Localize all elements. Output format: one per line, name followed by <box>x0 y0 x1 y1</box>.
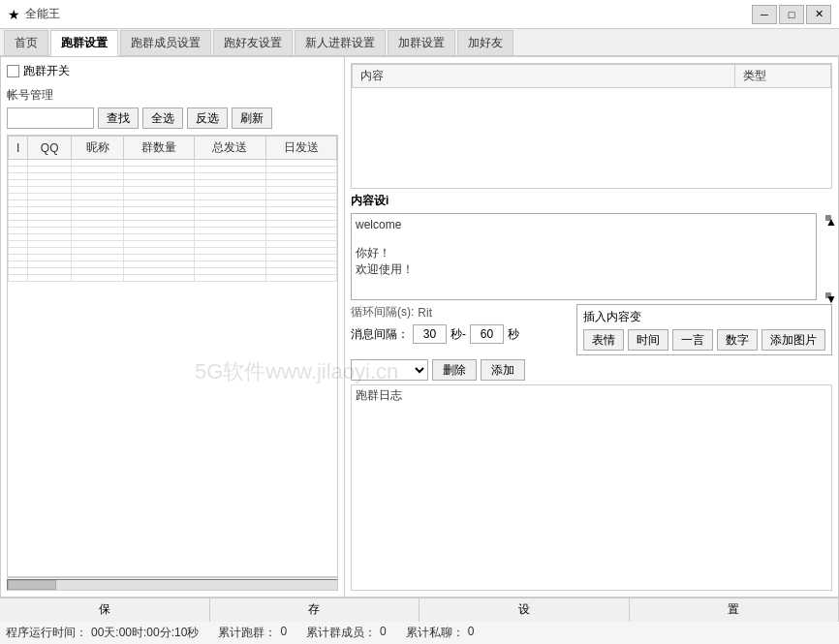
btn-select-all[interactable]: 全选 <box>142 107 183 129</box>
table-row[interactable] <box>9 180 337 187</box>
insert-interval-row: 循环间隔(s): Rit 消息间隔： 秒- 秒 插入内容变 表情 时间 一言 <box>351 304 832 355</box>
table-row[interactable] <box>9 200 337 207</box>
insert-variable-title: 插入内容变 <box>583 309 825 325</box>
btn-settings-2[interactable]: 置 <box>630 598 840 622</box>
btn-add[interactable]: 添加 <box>481 359 525 381</box>
total-private-item: 累计私聊： 0 <box>406 625 475 641</box>
col-content: 内容 <box>353 65 735 88</box>
table-row[interactable] <box>9 207 337 214</box>
content-table-area: 内容 类型 <box>351 63 832 189</box>
btn-save-1[interactable]: 保 <box>0 598 210 622</box>
btn-deselect[interactable]: 反选 <box>187 107 228 129</box>
table-row[interactable] <box>9 167 337 173</box>
runtime-label: 程序运行时间： <box>6 625 87 641</box>
table-row[interactable] <box>9 221 337 228</box>
table-row[interactable] <box>9 234 337 241</box>
right-panel: 内容 类型 内容设i ▲ <box>345 57 838 597</box>
tab-group-run[interactable]: 跑群设置 <box>50 30 118 56</box>
loop-value: Rit <box>418 306 432 320</box>
btn-add-image[interactable]: 添加图片 <box>761 329 825 351</box>
main-content: 跑群开关 帐号管理 查找 全选 反选 刷新 I QQ 昵称 群数量 总发送 日发… <box>0 56 839 598</box>
btn-emotion[interactable]: 表情 <box>583 329 624 351</box>
insert-variable-box: 插入内容变 表情 时间 一言 数字 添加图片 <box>576 304 832 355</box>
tabbar: 首页 跑群设置 跑群成员设置 跑好友设置 新人进群设置 加群设置 加好友 <box>0 29 839 56</box>
runtime-value: 00天:00时:00分:10秒 <box>91 625 199 641</box>
log-area: 跑群日志 <box>351 384 832 591</box>
table-row[interactable] <box>9 194 337 200</box>
table-row[interactable] <box>9 261 337 268</box>
col-type: 类型 <box>735 65 831 88</box>
table-row[interactable] <box>9 275 337 282</box>
run-switch-row: 跑群开关 <box>7 63 338 79</box>
total-members-value: 0 <box>380 625 387 641</box>
col-total-send: 总发送 <box>195 137 265 160</box>
btn-delete[interactable]: 删除 <box>432 359 477 381</box>
log-textarea[interactable] <box>352 406 831 590</box>
btn-save-2[interactable]: 存 <box>210 598 420 622</box>
interval-input-2[interactable] <box>470 324 504 344</box>
loop-interval-row: 循环间隔(s): Rit <box>351 304 569 321</box>
total-private-value: 0 <box>468 625 475 641</box>
interval-input-1[interactable] <box>413 324 447 344</box>
content-type-select[interactable] <box>351 359 428 381</box>
col-i: I <box>9 137 28 160</box>
tab-join-group[interactable]: 加群设置 <box>388 30 455 55</box>
minimize-button[interactable]: ─ <box>752 5 777 24</box>
btn-quote[interactable]: 一言 <box>672 329 713 351</box>
scroll-thumb[interactable] <box>8 580 56 590</box>
scrollbar-up-icon: ▲ <box>825 215 831 221</box>
search-row: 查找 全选 反选 刷新 <box>7 107 338 129</box>
interval-row: 消息间隔： 秒- 秒 <box>351 324 569 344</box>
table-row[interactable] <box>9 173 337 180</box>
run-switch-checkbox[interactable] <box>7 65 19 77</box>
scroll-track[interactable] <box>7 579 338 591</box>
app-icon: ★ <box>8 7 20 22</box>
close-button[interactable]: ✕ <box>806 5 831 24</box>
search-input[interactable] <box>7 107 94 129</box>
col-qq: QQ <box>28 137 72 160</box>
table-row[interactable] <box>9 241 337 248</box>
total-members-label: 累计群成员： <box>306 625 376 641</box>
tab-new-member[interactable]: 新人进群设置 <box>295 30 386 55</box>
interval-label: 消息间隔： <box>351 326 409 343</box>
action-row: 删除 添加 <box>351 359 832 381</box>
btn-refresh[interactable]: 刷新 <box>232 107 272 129</box>
loop-label: 循环间隔(s): <box>351 304 414 321</box>
content-editor[interactable] <box>351 213 817 300</box>
scrollbar-down-icon: ▼ <box>825 292 831 298</box>
h-scroll-bar[interactable] <box>7 577 338 591</box>
maximize-button[interactable]: □ <box>779 5 804 24</box>
account-table[interactable]: I QQ 昵称 群数量 总发送 日发送 <box>7 135 338 577</box>
tab-add-friend[interactable]: 加好友 <box>457 30 513 55</box>
account-mgmt-label: 帐号管理 <box>7 87 338 104</box>
btn-settings-1[interactable]: 设 <box>420 598 630 622</box>
table-row[interactable] <box>9 268 337 275</box>
total-groups-item: 累计跑群： 0 <box>218 625 287 641</box>
titlebar: ★ 全能王 ─ □ ✕ <box>0 0 839 29</box>
btn-search[interactable]: 查找 <box>98 107 139 129</box>
table-row[interactable] <box>9 160 337 167</box>
account-table-inner: I QQ 昵称 群数量 总发送 日发送 <box>8 136 337 282</box>
tab-home[interactable]: 首页 <box>4 30 48 55</box>
col-nickname: 昵称 <box>72 137 124 160</box>
table-row[interactable] <box>9 248 337 255</box>
btn-time[interactable]: 时间 <box>628 329 668 351</box>
app-title: 全能王 <box>25 6 752 22</box>
table-row[interactable] <box>9 255 337 261</box>
table-row[interactable] <box>9 187 337 194</box>
table-row[interactable] <box>9 228 337 234</box>
content-settings-title: 内容设i <box>351 193 832 209</box>
total-groups-label: 累计跑群： <box>218 625 276 641</box>
tab-friend-run[interactable]: 跑好友设置 <box>213 30 293 55</box>
content-row[interactable] <box>353 88 831 89</box>
table-row[interactable] <box>9 214 337 221</box>
btn-number[interactable]: 数字 <box>717 329 758 351</box>
run-switch-label: 跑群开关 <box>23 63 70 79</box>
log-title: 跑群日志 <box>352 385 831 406</box>
total-private-label: 累计私聊： <box>406 625 464 641</box>
tab-group-member[interactable]: 跑群成员设置 <box>120 30 211 55</box>
interval-unit2: 秒 <box>508 326 519 343</box>
col-group-count: 群数量 <box>123 137 194 160</box>
total-members-item: 累计群成员： 0 <box>306 625 387 641</box>
runtime-item: 程序运行时间： 00天:00时:00分:10秒 <box>6 625 199 641</box>
